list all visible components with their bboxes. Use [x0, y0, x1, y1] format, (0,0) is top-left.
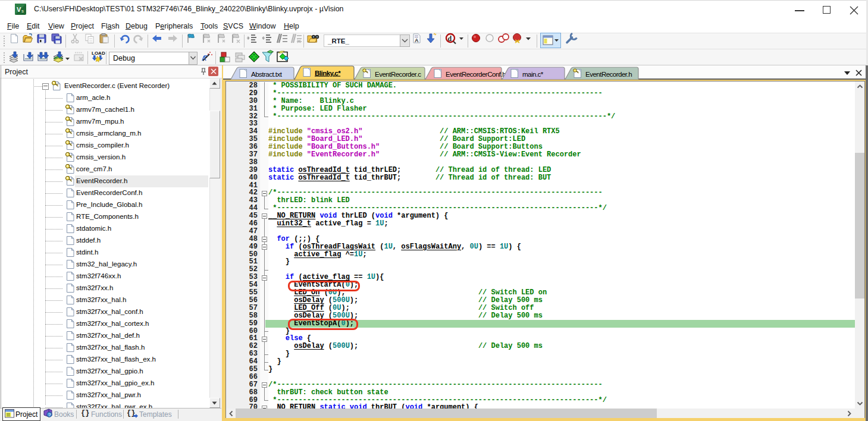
- svg-text:?: ?: [48, 412, 51, 417]
- svg-text:EventRecorder.c: EventRecorder.c: [375, 70, 421, 78]
- svg-text:EventRecorderConf.h*: EventRecorderConf.h*: [446, 70, 509, 78]
- svg-text:main.c*: main.c*: [522, 70, 544, 78]
- svg-text:Blinky.c*: Blinky.c*: [315, 69, 341, 77]
- svg-text:EventRecorder.h: EventRecorder.h: [585, 70, 632, 78]
- svg-text:Abstract.txt: Abstract.txt: [251, 70, 283, 78]
